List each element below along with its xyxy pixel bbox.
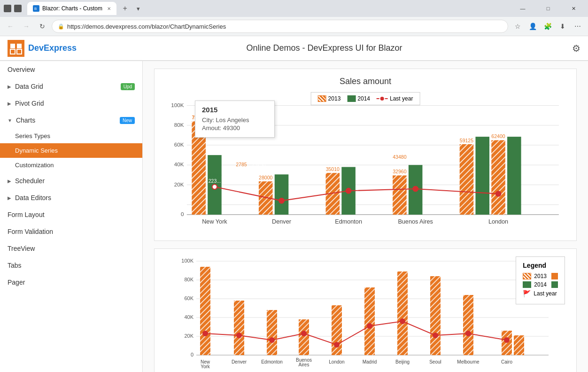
new-badge: New	[120, 117, 135, 124]
svg-text:Edmonton: Edmonton	[261, 359, 283, 364]
sidebar-item-label: TreeView	[8, 245, 35, 252]
bookmark-button[interactable]: ☆	[511, 20, 524, 33]
svg-text:Edmonton: Edmonton	[335, 218, 362, 225]
active-tab[interactable]: B Blazor: Charts - Custom ✕	[27, 2, 116, 15]
sidebar-item-form-layout[interactable]: Form Layout	[0, 206, 142, 223]
sidebar-section-main: Overview ▶ Data Grid Upd ▶ Pivot Grid ▼ …	[0, 61, 142, 291]
sidebar-item-data-editors[interactable]: ▶ Data Editors	[0, 189, 142, 206]
sidebar-item-label: Data Editors	[15, 194, 51, 202]
svg-point-60	[334, 342, 339, 347]
svg-text:80K: 80K	[174, 122, 184, 128]
svg-text:28000: 28000	[259, 175, 272, 180]
legend2-line-lastyear: 🚩	[523, 290, 531, 297]
svg-text:Melbourne: Melbourne	[457, 359, 480, 364]
svg-point-63	[433, 333, 438, 338]
lastyear-dot-ba[interactable]	[413, 186, 418, 192]
extensions-button[interactable]: 🧩	[541, 20, 554, 33]
sidebar-item-data-grid[interactable]: ▶ Data Grid Upd	[0, 78, 142, 95]
new-tab-button[interactable]: +	[118, 2, 132, 15]
sidebar-item-label: Scheduler	[15, 177, 45, 185]
sidebar-item-dynamic-series[interactable]: Dynamic Series	[0, 143, 142, 158]
chevron-right-icon: ▶	[8, 178, 11, 184]
bar2-den[interactable]	[234, 301, 244, 355]
svg-text:Denver: Denver	[232, 359, 247, 364]
chart2-legend-title: Legend	[523, 262, 558, 269]
svg-text:Buenos Aires: Buenos Aires	[398, 218, 433, 225]
tab-dropdown-button[interactable]: ▾	[133, 4, 143, 13]
bar2-ba[interactable]	[299, 319, 309, 355]
tooltip-year: 2015	[202, 106, 268, 114]
lock-icon: 🔒	[58, 23, 64, 30]
bar-lon-2014b[interactable]	[507, 137, 521, 215]
chart1-tooltip: 2015 City: Los Angeles Amout: 49300	[195, 101, 275, 138]
bar2-ny[interactable]	[200, 267, 210, 355]
svg-text:50: 50	[212, 148, 217, 154]
forward-button[interactable]: →	[20, 20, 33, 33]
bar-lon-2014[interactable]	[475, 137, 489, 215]
sidebar-item-tabs[interactable]: Tabs	[0, 257, 142, 274]
svg-text:100K: 100K	[171, 102, 184, 108]
sidebar-item-treeview[interactable]: TreeView	[0, 240, 142, 257]
legend2-item-2013: 2013	[523, 273, 558, 279]
app-header-wrapper: DevExpress Online Demos - DevExpress UI …	[0, 36, 588, 61]
svg-text:59125: 59125	[460, 138, 473, 143]
address-bar[interactable]: 🔒 https://demos.devexpress.com/blazor/Ch…	[52, 20, 508, 33]
browser-chrome: B Blazor: Charts - Custom ✕ + ▾ — □ ✕ ← …	[0, 0, 588, 36]
close-button[interactable]: ✕	[563, 2, 584, 15]
svg-point-57	[237, 333, 241, 338]
sidebar-item-series-types[interactable]: Series Types	[0, 129, 142, 143]
url-text: https://demos.devexpress.com/blazor/Char…	[67, 23, 502, 30]
lastyear-dot-den[interactable]	[279, 198, 284, 203]
chart2-svg: 100K 80K 60K 40K 20K 0	[162, 256, 569, 369]
svg-text:Beijing: Beijing	[395, 359, 410, 364]
sidebar-item-pager[interactable]: Pager	[0, 274, 142, 291]
sidebar-item-overview[interactable]: Overview	[0, 61, 142, 78]
svg-text:39855: 39855	[341, 160, 355, 166]
sidebar-item-label: Form Layout	[8, 211, 45, 218]
bar2-seo[interactable]	[430, 276, 441, 355]
bar2-lon[interactable]	[332, 305, 342, 355]
tab-close-button[interactable]: ✕	[107, 6, 111, 11]
more-button[interactable]: ⋯	[571, 20, 584, 33]
app-icon	[4, 5, 11, 12]
bar-lon-2013b[interactable]	[491, 140, 505, 214]
bar-ba-2013[interactable]	[393, 175, 407, 214]
bar2-mad[interactable]	[364, 287, 375, 355]
svg-point-61	[367, 324, 372, 328]
back-button[interactable]: ←	[4, 20, 17, 33]
minimize-button[interactable]: —	[512, 2, 534, 15]
sidebar-item-label: Data Grid	[15, 83, 43, 90]
sidebar-item-customization[interactable]: Customization	[0, 158, 142, 172]
bar2-bei[interactable]	[397, 271, 408, 355]
profile-button[interactable]: 👤	[526, 20, 539, 33]
svg-text:Seoul: Seoul	[429, 359, 441, 364]
bar-den-2014[interactable]	[275, 174, 289, 215]
sidebar-item-charts[interactable]: ▼ Charts New	[0, 112, 142, 129]
bar2-mel[interactable]	[463, 295, 473, 355]
maximize-button[interactable]: □	[537, 2, 559, 15]
lastyear-dot-lon[interactable]	[496, 191, 501, 196]
reload-button[interactable]: ↻	[36, 20, 49, 33]
bar2-edm[interactable]	[267, 310, 277, 355]
download-button[interactable]: ⬇	[556, 20, 569, 33]
svg-text:York: York	[201, 364, 210, 369]
lastyear-dot-edm[interactable]	[346, 188, 351, 194]
lastyear-dot-ny[interactable]	[212, 184, 217, 189]
svg-rect-3	[10, 44, 15, 48]
sidebar-item-pivot-grid[interactable]: ▶ Pivot Grid	[0, 95, 142, 112]
tab-title: Blazor: Charts - Custom	[42, 5, 102, 12]
sidebar-item-scheduler[interactable]: ▶ Scheduler	[0, 172, 142, 189]
svg-text:40K: 40K	[184, 314, 193, 320]
chevron-right-icon: ▶	[8, 84, 11, 89]
chart1-legend: 2013 2014 Last year	[311, 92, 420, 105]
brand-logo	[8, 40, 24, 57]
sidebar-item-form-validation[interactable]: Form Validation	[0, 223, 142, 240]
bar2-cai2[interactable]	[514, 335, 524, 355]
svg-text:43480: 43480	[393, 154, 406, 160]
chevron-right-icon: ▶	[8, 101, 11, 106]
svg-text:60K: 60K	[184, 295, 193, 301]
bar-lon-2013[interactable]	[460, 144, 474, 215]
settings-icon[interactable]: ⚙	[572, 43, 580, 54]
legend2-swatch-2013	[523, 273, 531, 279]
lastyear-line	[215, 187, 498, 201]
